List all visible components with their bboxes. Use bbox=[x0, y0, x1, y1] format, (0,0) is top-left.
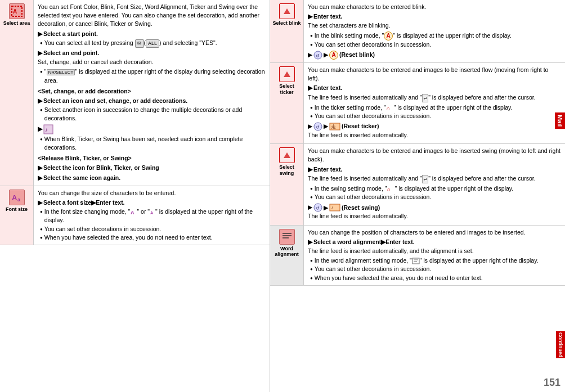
word-alignment-icon-img bbox=[279, 229, 295, 245]
page-container: A Select area You can set Font Color, Bl… bbox=[0, 0, 565, 392]
svg-text:走: 走 bbox=[331, 124, 336, 129]
word-alignment-bullet2: You can set other decorations in success… bbox=[310, 265, 561, 273]
word-alignment-bullet3: When you have selected the area, you do … bbox=[310, 274, 561, 282]
reset-swing-label: (Reset swing) bbox=[342, 204, 380, 212]
swing-reset-note: The line feed is inserted automatically. bbox=[308, 212, 561, 220]
action5-label: Select the icon for Blink, Ticker, or Sw… bbox=[43, 164, 159, 172]
svg-text:♪: ♪ bbox=[331, 205, 334, 210]
select-blink-action1: ▶ Enter text. bbox=[308, 12, 561, 21]
blink-reset-box: ▶ ↺ ▶ A (Reset blink) bbox=[308, 51, 375, 60]
svg-text:↺: ↺ bbox=[316, 206, 320, 211]
action6-label: Select the same icon again. bbox=[43, 174, 120, 182]
ticker-reset-box: ▶ ↺ ▶ 走 (Reset ticker) bbox=[308, 122, 379, 131]
select-area-bullet3: Select another icon in succession to cha… bbox=[40, 106, 266, 123]
svg-text:A: A bbox=[150, 211, 153, 215]
font-size-bullet2: You can set other decorations in success… bbox=[40, 225, 266, 233]
select-blink-section: Select blink You can make characters to … bbox=[270, 0, 565, 63]
select-area-action5: ▶ Select the icon for Blink, Ticker, or … bbox=[38, 164, 266, 172]
ticker-bullet2: You can set other decorations in success… bbox=[310, 112, 561, 120]
select-area-action6: ▶ Select the same icon again. bbox=[38, 174, 266, 182]
reset-swing-icon: ↺ bbox=[313, 203, 322, 212]
select-swing-action1: ▶ Enter text. bbox=[308, 165, 561, 174]
subsection1-header: <Set, change, or add decoration> bbox=[38, 87, 266, 96]
select-blink-label: Select blink bbox=[272, 20, 301, 26]
select-blink-icon-img bbox=[279, 3, 295, 19]
font-size-action1-label: Select a font size▶Enter text. bbox=[43, 199, 125, 207]
a-icon-blink: A bbox=[329, 51, 338, 60]
left-column: A Select area You can set Font Color, Bl… bbox=[0, 0, 270, 392]
svg-text:⌂: ⌂ bbox=[387, 186, 391, 192]
select-area-bullet4: When Blink, Ticker, or Swing has been se… bbox=[40, 135, 266, 152]
font-size-icon-cell: A a Font size bbox=[0, 186, 34, 245]
ticker-enter-text: Enter text. bbox=[313, 84, 342, 92]
ticker-bullet1: In the ticker setting mode, "⌂" is displ… bbox=[310, 103, 561, 112]
svg-text:⌂: ⌂ bbox=[387, 105, 390, 111]
word-alignment-icon-cell: Word alignment bbox=[270, 226, 304, 285]
blink-bullet2: You can set other decorations in success… bbox=[310, 40, 561, 49]
select-ticker-icon-cell: Select ticker bbox=[270, 63, 304, 143]
svg-text:A: A bbox=[13, 8, 17, 15]
word-alignment-bullet1: In the word alignment setting mode, "" i… bbox=[310, 256, 561, 265]
svg-text:A: A bbox=[131, 210, 134, 215]
word-alignment-content: You can change the position of character… bbox=[304, 226, 565, 285]
select-area-intro: You can set Font Color, Blink, Font Size… bbox=[38, 3, 266, 29]
select-area-action1: ▶ Select a start point. bbox=[38, 30, 266, 38]
select-area-action3: ▶ Select an icon and set, change, or add… bbox=[38, 97, 266, 105]
svg-text:A: A bbox=[12, 193, 17, 202]
svg-text:↺: ↺ bbox=[316, 125, 320, 130]
select-ticker-label: Select ticker bbox=[272, 83, 301, 96]
swing-enter-text: Enter text. bbox=[313, 165, 342, 174]
font-size-section: A a Font size You can change the size of… bbox=[0, 186, 270, 245]
ticker-person-icon: 走 bbox=[329, 123, 340, 130]
select-swing-intro: You can make characters to be entered an… bbox=[308, 147, 561, 164]
word-alignment-intro: You can change the position of character… bbox=[308, 228, 561, 237]
select-area-icon-cell: A Select area bbox=[0, 0, 34, 186]
select-swing-icon-cell: Select swing bbox=[270, 144, 304, 224]
action3-label: Select an icon and set, change, or add d… bbox=[43, 97, 187, 105]
select-ticker-action1: ▶ Enter text. bbox=[308, 84, 561, 92]
action1-label: Select a start point. bbox=[43, 30, 98, 38]
font-size-bullet3: When you have selected the area, you do … bbox=[40, 233, 266, 242]
select-ticker-section: Select ticker You can make characters to… bbox=[270, 63, 565, 144]
select-ticker-icon-img bbox=[279, 66, 295, 82]
swing-person-icon: ♪ bbox=[329, 204, 340, 211]
reset-ticker-icon: ↺ bbox=[313, 122, 322, 131]
font-size-icon-img: A a bbox=[9, 190, 25, 205]
word-alignment-action1-label: Select a word alignment▶Enter text. bbox=[313, 238, 415, 246]
select-swing-section: Select swing You can make characters to … bbox=[270, 144, 565, 225]
blink-triangle-icon bbox=[284, 8, 290, 14]
select-ticker-content: You can make characters to be entered an… bbox=[304, 63, 565, 143]
swing-reset-box: ▶ ↺ ▶ ♪ (Reset swing) bbox=[308, 203, 380, 212]
swing-bullet2: You can set other decorations in success… bbox=[310, 193, 561, 201]
right-column: Select blink You can make characters to … bbox=[270, 0, 565, 392]
font-size-bullet1: In the font size changing mode, "A" or "… bbox=[40, 208, 266, 224]
select-area-bullet1: You can select all text by pressing ✉( A… bbox=[40, 39, 266, 48]
select-blink-icon-cell: Select blink bbox=[270, 0, 304, 62]
ticker-triangle-icon bbox=[284, 71, 290, 77]
select-area-label: Select area bbox=[3, 20, 30, 26]
select-blink-intro: You can make characters to be entered bl… bbox=[308, 3, 561, 11]
select-swing-content: You can make characters to be entered an… bbox=[304, 144, 565, 224]
select-area-bullet2: "NR/SELECT" is displayed at the upper ri… bbox=[40, 67, 266, 84]
select-area-action4: ▶ ♪ bbox=[38, 124, 266, 134]
select-swing-label: Select swing bbox=[272, 164, 301, 177]
select-ticker-intro: You can make characters to be entered an… bbox=[308, 66, 561, 83]
font-size-label: Font size bbox=[6, 206, 28, 213]
swing-bullet1: In the swing setting mode, "⌂" is displa… bbox=[310, 184, 561, 193]
ticker-reset-note: The line feed is inserted automatically. bbox=[308, 131, 561, 139]
select-area-action2: ▶ Select an end point. bbox=[38, 49, 266, 57]
page-number: 151 bbox=[544, 377, 560, 389]
word-alignment-label: Word alignment bbox=[272, 246, 301, 258]
svg-text:♪: ♪ bbox=[45, 127, 48, 133]
select-area-content: You can set Font Color, Blink, Font Size… bbox=[34, 0, 270, 186]
font-size-content: You can change the size of characters to… bbox=[34, 186, 270, 245]
select-area-section: A Select area You can set Font Color, Bl… bbox=[0, 0, 270, 186]
select-area-icon-img: A bbox=[9, 3, 25, 19]
word-alignment-section: Word alignment You can change the positi… bbox=[270, 226, 565, 286]
blink-bullet1: In the blink setting mode, "A" is displa… bbox=[310, 31, 561, 40]
select-blink-content: You can make characters to be entered bl… bbox=[304, 0, 565, 62]
reset-ticker-label: (Reset ticker) bbox=[342, 122, 379, 130]
word-alignment-action1: ▶ Select a word alignment▶Enter text. bbox=[308, 238, 561, 246]
svg-text:↺: ↺ bbox=[316, 53, 320, 58]
action2-label: Select an end point. bbox=[43, 49, 99, 57]
